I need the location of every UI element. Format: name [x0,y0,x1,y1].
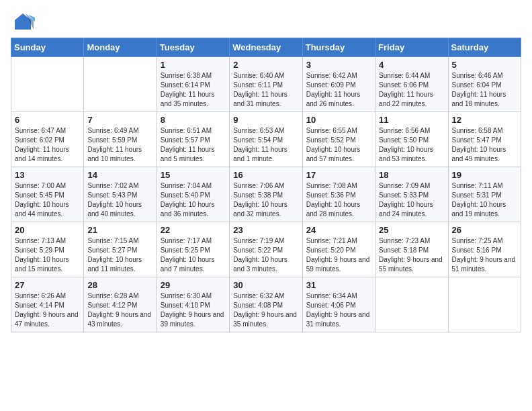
cell-content: Sunrise: 6:40 AMSunset: 6:11 PMDaylight:… [233,71,298,109]
cell-content: Sunrise: 6:58 AMSunset: 5:47 PMDaylight:… [452,126,517,164]
cell-content: Sunrise: 6:28 AMSunset: 4:12 PMDaylight:… [87,291,152,329]
day-number: 30 [233,280,298,290]
calendar-cell: 31Sunrise: 6:34 AMSunset: 4:06 PMDayligh… [302,277,375,332]
cell-content: Sunrise: 6:44 AMSunset: 6:06 PMDaylight:… [379,71,444,109]
cell-content: Sunrise: 6:32 AMSunset: 4:08 PMDaylight:… [233,291,298,329]
cell-content: Sunrise: 6:34 AMSunset: 4:06 PMDaylight:… [306,291,371,329]
cell-content: Sunrise: 7:17 AMSunset: 5:25 PMDaylight:… [161,236,226,274]
calendar-cell: 17Sunrise: 7:08 AMSunset: 5:36 PMDayligh… [302,167,375,222]
calendar-cell: 27Sunrise: 6:26 AMSunset: 4:14 PMDayligh… [11,277,84,332]
calendar-cell: 19Sunrise: 7:11 AMSunset: 5:31 PMDayligh… [448,167,521,222]
day-number: 8 [161,115,226,125]
calendar-cell: 16Sunrise: 7:06 AMSunset: 5:38 PMDayligh… [230,167,302,222]
calendar-cell: 20Sunrise: 7:13 AMSunset: 5:29 PMDayligh… [11,222,84,277]
cell-content: Sunrise: 7:02 AMSunset: 5:43 PMDaylight:… [87,181,152,219]
cell-content: Sunrise: 6:47 AMSunset: 6:02 PMDaylight:… [15,126,80,164]
calendar-cell: 22Sunrise: 7:17 AMSunset: 5:25 PMDayligh… [157,222,229,277]
cell-content: Sunrise: 7:08 AMSunset: 5:36 PMDaylight:… [306,181,371,219]
calendar-week-row: 27Sunrise: 6:26 AMSunset: 4:14 PMDayligh… [11,277,521,332]
calendar-cell: 4Sunrise: 6:44 AMSunset: 6:06 PMDaylight… [375,57,448,112]
cell-content: Sunrise: 6:53 AMSunset: 5:54 PMDaylight:… [233,126,298,164]
day-header: Saturday [448,38,521,57]
calendar-cell [11,57,84,112]
day-number: 7 [87,115,152,125]
cell-content: Sunrise: 7:09 AMSunset: 5:33 PMDaylight:… [379,181,444,219]
day-number: 27 [15,280,80,290]
day-number: 6 [15,115,80,125]
cell-content: Sunrise: 6:42 AMSunset: 6:09 PMDaylight:… [306,71,371,109]
calendar-cell: 14Sunrise: 7:02 AMSunset: 5:43 PMDayligh… [84,167,157,222]
cell-content: Sunrise: 6:46 AMSunset: 6:04 PMDaylight:… [452,71,517,109]
calendar-week-row: 6Sunrise: 6:47 AMSunset: 6:02 PMDaylight… [11,112,521,167]
calendar-cell: 24Sunrise: 7:21 AMSunset: 5:20 PMDayligh… [302,222,375,277]
day-number: 14 [87,170,152,180]
cell-content: Sunrise: 7:21 AMSunset: 5:20 PMDaylight:… [306,236,371,274]
day-number: 2 [233,60,298,70]
calendar-cell: 28Sunrise: 6:28 AMSunset: 4:12 PMDayligh… [84,277,157,332]
day-number: 26 [452,225,517,235]
calendar-cell: 2Sunrise: 6:40 AMSunset: 6:11 PMDaylight… [230,57,302,112]
cell-content: Sunrise: 6:51 AMSunset: 5:57 PMDaylight:… [161,126,226,164]
calendar-page: SundayMondayTuesdayWednesdayThursdayFrid… [0,0,532,343]
cell-content: Sunrise: 6:26 AMSunset: 4:14 PMDaylight:… [15,291,80,329]
day-number: 9 [233,115,298,125]
day-number: 31 [306,280,371,290]
day-number: 3 [306,60,371,70]
logo [11,11,38,35]
cell-content: Sunrise: 7:13 AMSunset: 5:29 PMDaylight:… [15,236,80,274]
calendar-cell: 30Sunrise: 6:32 AMSunset: 4:08 PMDayligh… [230,277,302,332]
calendar-cell: 8Sunrise: 6:51 AMSunset: 5:57 PMDaylight… [157,112,229,167]
calendar-week-row: 20Sunrise: 7:13 AMSunset: 5:29 PMDayligh… [11,222,521,277]
calendar-cell: 1Sunrise: 6:38 AMSunset: 6:14 PMDaylight… [157,57,229,112]
day-number: 13 [15,170,80,180]
day-header: Thursday [302,38,375,57]
calendar-cell: 7Sunrise: 6:49 AMSunset: 5:59 PMDaylight… [84,112,157,167]
day-number: 5 [452,60,517,70]
calendar-cell: 26Sunrise: 7:25 AMSunset: 5:16 PMDayligh… [448,222,521,277]
day-number: 15 [161,170,226,180]
cell-content: Sunrise: 7:19 AMSunset: 5:22 PMDaylight:… [233,236,298,274]
day-number: 1 [161,60,226,70]
day-number: 29 [161,280,226,290]
calendar-cell: 18Sunrise: 7:09 AMSunset: 5:33 PMDayligh… [375,167,448,222]
day-number: 4 [379,60,444,70]
cell-content: Sunrise: 7:11 AMSunset: 5:31 PMDaylight:… [452,181,517,219]
calendar-table: SundayMondayTuesdayWednesdayThursdayFrid… [11,38,521,332]
calendar-cell: 12Sunrise: 6:58 AMSunset: 5:47 PMDayligh… [448,112,521,167]
day-number: 16 [233,170,298,180]
cell-content: Sunrise: 7:25 AMSunset: 5:16 PMDaylight:… [452,236,517,274]
cell-content: Sunrise: 6:56 AMSunset: 5:50 PMDaylight:… [379,126,444,164]
cell-content: Sunrise: 7:23 AMSunset: 5:18 PMDaylight:… [379,236,444,274]
day-number: 28 [87,280,152,290]
calendar-cell [448,277,521,332]
cell-content: Sunrise: 6:38 AMSunset: 6:14 PMDaylight:… [161,71,226,109]
header-row: SundayMondayTuesdayWednesdayThursdayFrid… [11,38,521,57]
cell-content: Sunrise: 7:06 AMSunset: 5:38 PMDaylight:… [233,181,298,219]
calendar-cell: 13Sunrise: 7:00 AMSunset: 5:45 PMDayligh… [11,167,84,222]
logo-icon [11,11,35,35]
calendar-week-row: 1Sunrise: 6:38 AMSunset: 6:14 PMDaylight… [11,57,521,112]
calendar-cell [375,277,448,332]
cell-content: Sunrise: 7:04 AMSunset: 5:40 PMDaylight:… [161,181,226,219]
calendar-cell: 9Sunrise: 6:53 AMSunset: 5:54 PMDaylight… [230,112,302,167]
cell-content: Sunrise: 6:49 AMSunset: 5:59 PMDaylight:… [87,126,152,164]
day-header: Friday [375,38,448,57]
calendar-cell: 23Sunrise: 7:19 AMSunset: 5:22 PMDayligh… [230,222,302,277]
calendar-cell: 3Sunrise: 6:42 AMSunset: 6:09 PMDaylight… [302,57,375,112]
svg-marker-0 [15,13,31,30]
day-number: 19 [452,170,517,180]
calendar-cell: 11Sunrise: 6:56 AMSunset: 5:50 PMDayligh… [375,112,448,167]
cell-content: Sunrise: 7:15 AMSunset: 5:27 PMDaylight:… [87,236,152,274]
day-number: 12 [452,115,517,125]
day-number: 22 [161,225,226,235]
day-number: 18 [379,170,444,180]
day-number: 24 [306,225,371,235]
day-number: 20 [15,225,80,235]
cell-content: Sunrise: 7:00 AMSunset: 5:45 PMDaylight:… [15,181,80,219]
day-header: Sunday [11,38,84,57]
calendar-cell: 29Sunrise: 6:30 AMSunset: 4:10 PMDayligh… [157,277,229,332]
day-number: 10 [306,115,371,125]
day-number: 17 [306,170,371,180]
day-header: Tuesday [157,38,229,57]
day-number: 25 [379,225,444,235]
